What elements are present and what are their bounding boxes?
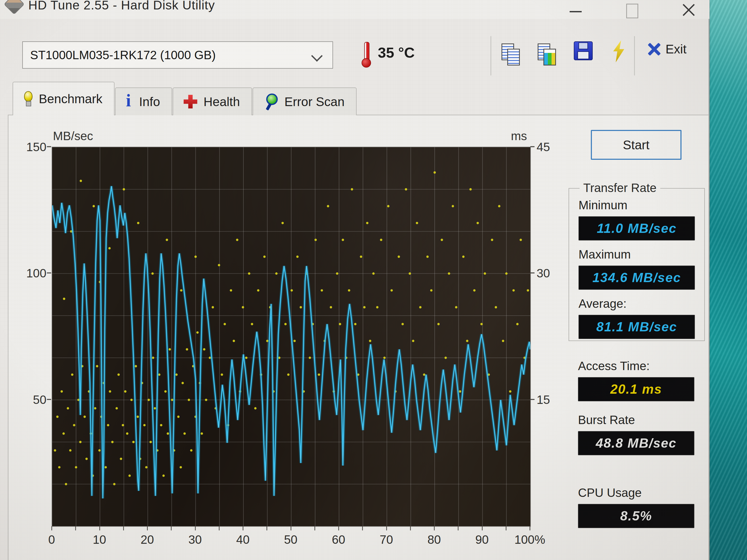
stat-value: 81.1 MB/sec xyxy=(596,319,677,335)
x-axis-tick xyxy=(219,526,220,530)
minimize-button[interactable] xyxy=(564,0,587,19)
access-time-dot xyxy=(383,356,386,359)
bulb-icon xyxy=(24,91,32,106)
benchmark-panel: MB/sec ms 150100504530150102030405060708… xyxy=(8,115,709,560)
info-icon xyxy=(126,94,133,109)
benchmark-chart-svg xyxy=(52,147,530,526)
chevron-down-icon xyxy=(311,50,323,62)
access-time-dot xyxy=(309,356,311,359)
x-axis-tick-label: 40 xyxy=(236,533,250,546)
toolbar-separator xyxy=(490,36,491,75)
tab-error-scan[interactable]: Error Scan xyxy=(253,87,357,115)
access-time-dot xyxy=(212,306,214,308)
maximize-button[interactable] xyxy=(620,0,644,19)
access-time-dot xyxy=(462,256,465,258)
access-time-dot xyxy=(233,340,235,342)
x-axis-tick xyxy=(266,526,267,530)
access-time-dot xyxy=(351,188,353,190)
start-button[interactable]: Start xyxy=(591,130,681,160)
drive-select-dropdown[interactable]: ST1000LM035-1RK172 (1000 GB) xyxy=(22,42,333,69)
tab-info[interactable]: Info xyxy=(115,87,172,115)
access-time-dot xyxy=(164,390,166,393)
access-time-dot xyxy=(109,390,111,393)
x-axis-tick xyxy=(147,526,148,530)
y-axis-unit-right: ms xyxy=(511,129,527,143)
access-time-dot xyxy=(339,323,341,325)
access-time-dot xyxy=(230,289,232,292)
access-time-dot xyxy=(56,416,59,418)
access-time-dot xyxy=(177,416,179,418)
access-time-dot xyxy=(80,180,82,182)
x-axis-tick-label: 20 xyxy=(140,533,154,546)
access-time-dot xyxy=(293,340,296,342)
access-time-dot xyxy=(466,340,468,342)
access-time-dot xyxy=(196,331,199,334)
exit-button[interactable]: Exit xyxy=(647,42,687,56)
tab-bar: BenchmarkInfoHealthError Scan xyxy=(12,82,357,115)
x-axis-tick xyxy=(123,526,124,530)
access-time-dot xyxy=(166,432,169,435)
access-time-dot xyxy=(372,272,375,275)
toolbar-buttons xyxy=(501,39,629,65)
access-time-dot xyxy=(248,272,250,275)
y-axis-tick-right xyxy=(530,146,535,147)
access-time-dot xyxy=(348,289,350,292)
access-time-dot xyxy=(526,289,529,292)
copy-info-button[interactable] xyxy=(501,39,521,65)
access-time-dot xyxy=(54,449,56,452)
access-time-dot xyxy=(409,272,411,275)
x-axis-tick xyxy=(530,526,530,530)
access-time-dot xyxy=(67,407,69,409)
access-time-dot xyxy=(62,432,65,435)
x-axis-tick xyxy=(386,526,387,530)
access-time-dot xyxy=(430,289,433,292)
window-title: HD Tune 2.55 - Hard Disk Utility xyxy=(28,0,215,12)
access-time-dot xyxy=(437,323,440,325)
magnifier-icon xyxy=(264,94,278,110)
access-time-dot xyxy=(297,256,299,258)
access-time-dot xyxy=(160,424,162,426)
toolbar-separator xyxy=(634,36,635,75)
access-time-dot xyxy=(195,256,197,258)
x-axis-tick xyxy=(195,526,196,530)
tab-benchmark[interactable]: Benchmark xyxy=(12,82,114,115)
access-time-dot xyxy=(441,239,443,241)
close-button[interactable] xyxy=(677,0,701,19)
access-time-dot xyxy=(128,475,131,477)
access-time-dot xyxy=(118,374,120,376)
stat-value: 134.6 MB/sec xyxy=(592,270,681,285)
extra-stats: Access Time:20.1 msBurst Rate48.8 MB/sec… xyxy=(569,359,704,528)
x-axis-tick xyxy=(314,526,315,530)
x-axis-tick xyxy=(338,526,339,530)
x-axis-tick xyxy=(171,526,172,530)
access-time-dot xyxy=(412,340,414,342)
access-time-dot xyxy=(107,424,109,426)
tab-health[interactable]: Health xyxy=(173,87,252,115)
transfer-rate-items: Minimum11.0 MB/secMaximum134.6 MB/secAve… xyxy=(569,191,695,339)
access-time-dot xyxy=(60,390,63,393)
y-axis-tick-label-left: 100 xyxy=(18,266,46,280)
desktop-wallpaper xyxy=(710,0,747,560)
access-time-dot xyxy=(145,466,148,468)
access-time-dot xyxy=(71,374,73,376)
x-axis-tick xyxy=(482,526,483,530)
x-axis-tick-label: 0 xyxy=(48,533,55,546)
x-axis-tick-label: 30 xyxy=(188,533,202,546)
stat-value-box: 8.5% xyxy=(578,504,694,528)
copy-screenshot-button[interactable] xyxy=(537,39,557,65)
access-time-dot xyxy=(287,374,289,376)
benchmark-chart xyxy=(52,147,531,527)
capture-button[interactable] xyxy=(610,39,629,65)
access-time-dot xyxy=(183,432,186,435)
stat-label-cpu-usage: CPU Usage xyxy=(578,486,704,500)
y-axis-tick-label-left: 150 xyxy=(18,140,46,154)
stat-value-box: 48.8 MB/sec xyxy=(578,431,694,455)
access-time-dot xyxy=(221,374,223,376)
access-time-dot xyxy=(179,466,182,468)
y-axis-tick-label-right: 30 xyxy=(537,266,550,280)
y-axis-unit-left: MB/sec xyxy=(53,129,93,143)
access-time-dot xyxy=(120,458,122,460)
access-time-dot xyxy=(58,466,60,468)
save-screenshot-button[interactable] xyxy=(573,39,593,65)
access-time-dot xyxy=(473,289,475,292)
